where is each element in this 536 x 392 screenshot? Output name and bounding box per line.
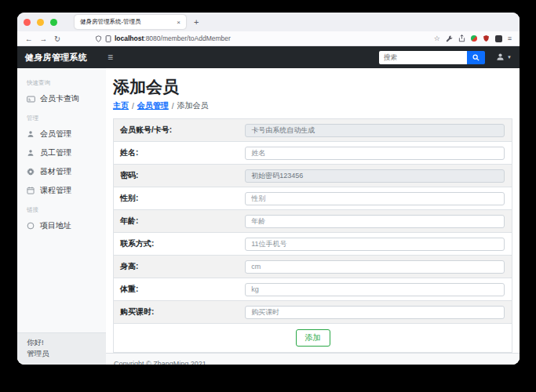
github-icon (27, 222, 35, 230)
course-hours-input[interactable] (245, 306, 505, 319)
menu-icon[interactable]: ≡ (508, 34, 512, 42)
maximize-window-button[interactable] (50, 19, 57, 26)
form-row: 姓名: (114, 142, 512, 165)
new-tab-button[interactable]: + (194, 17, 199, 27)
minimize-window-button[interactable] (37, 19, 44, 26)
form-row: 会员账号/卡号: (114, 119, 512, 142)
sidebar-item-member-management[interactable]: 会员管理 (17, 125, 106, 143)
field-label: 姓名: (114, 142, 246, 165)
share-icon[interactable] (458, 34, 465, 42)
sidebar-item-label: 员工管理 (40, 147, 71, 158)
form-row: 购买课时: (114, 301, 512, 324)
main-footer: Copyright © ZhangMing 2021 (106, 353, 520, 365)
app-navbar: 健身房管理系统 ≡ ▼ (17, 46, 520, 68)
user-icon (27, 130, 35, 138)
sidebar-section-label: 管理 (17, 108, 106, 125)
sidebar: 快速查询会员卡查询管理会员管理员工管理器材管理课程管理链接项目地址 你好! 管理… (17, 68, 106, 365)
user-icon (496, 50, 505, 64)
sidebar-nav: 快速查询会员卡查询管理会员管理员工管理器材管理课程管理链接项目地址 (17, 68, 106, 235)
navbar-search (379, 51, 485, 64)
forward-icon[interactable]: → (40, 34, 48, 43)
password-input (245, 169, 505, 183)
reload-icon[interactable]: ↻ (54, 34, 60, 43)
shield-icon[interactable] (95, 35, 102, 42)
calendar-icon (27, 187, 35, 194)
sidebar-item-label: 课程管理 (40, 185, 71, 196)
sidebar-item-label: 器材管理 (40, 166, 71, 177)
form-row: 身高: (114, 256, 512, 278)
user-menu[interactable]: ▼ (496, 50, 512, 64)
account-avatar-icon[interactable] (495, 35, 502, 42)
browser-window: 健身房管理系统-管理员 × + ← → ↻ localhost:8080/mem… (17, 13, 520, 365)
browser-address-bar: ← → ↻ localhost:8080/member/toAddMember … (17, 31, 520, 46)
breadcrumb-separator: / (172, 102, 174, 111)
greeting-text: 你好! (27, 337, 97, 348)
current-user-name: 管理员 (27, 348, 97, 359)
close-tab-icon[interactable]: × (177, 19, 180, 26)
main-area: 添加会员 主页/会员管理/添加会员 会员账号/卡号:姓名:密码:性别:年龄:联系… (106, 68, 520, 365)
phone-input[interactable] (245, 238, 505, 251)
breadcrumb-item[interactable]: 主页 (113, 100, 129, 111)
field-label: 联系方式: (114, 233, 246, 256)
form-row: 年龄: (114, 210, 512, 233)
field-label: 会员账号/卡号: (114, 119, 246, 142)
sidebar-item-label: 项目地址 (40, 220, 71, 231)
wrench-icon[interactable] (446, 35, 453, 42)
field-label: 购买课时: (114, 301, 246, 324)
app-brand[interactable]: 健身房管理系统 (25, 52, 87, 64)
field-label: 性别: (114, 187, 246, 210)
breadcrumb: 主页/会员管理/添加会员 (113, 100, 512, 111)
field-label: 身高: (114, 256, 246, 278)
name-input[interactable] (245, 147, 505, 160)
height-input[interactable] (245, 260, 505, 274)
sidebar-user-panel: 你好! 管理员 (17, 332, 106, 365)
tab-title: 健身房管理系统-管理员 (80, 18, 141, 26)
user-icon (27, 149, 35, 157)
sidebar-section-label: 快速查询 (17, 73, 106, 89)
field-label: 密码: (114, 165, 246, 187)
window-controls (24, 19, 57, 26)
search-input[interactable] (379, 51, 467, 64)
breadcrumb-item[interactable]: 会员管理 (137, 100, 169, 111)
form-row: 体重: (114, 278, 512, 301)
url-text: localhost:8080/member/toAddMember (115, 34, 231, 42)
sidebar-toggle-icon[interactable]: ≡ (108, 52, 113, 63)
weight-input[interactable] (245, 283, 505, 296)
close-window-button[interactable] (24, 19, 31, 26)
form-row: 联系方式: (114, 233, 512, 256)
adblock-shield-icon[interactable] (483, 34, 490, 42)
sidebar-item-label: 会员卡查询 (40, 93, 79, 104)
form-row: 性别: (114, 187, 512, 210)
sidebar-item-course-management[interactable]: 课程管理 (17, 181, 106, 200)
breadcrumb-separator: / (132, 102, 134, 111)
bookmark-star-icon[interactable]: ☆ (434, 34, 440, 42)
form-row: 密码: (114, 165, 512, 187)
field-label: 年龄: (114, 210, 246, 233)
sidebar-item-project-address[interactable]: 项目地址 (17, 216, 106, 235)
extension-icon[interactable] (471, 35, 477, 42)
card-icon (27, 96, 35, 103)
account-input (245, 124, 505, 137)
search-icon (472, 52, 479, 64)
sidebar-item-staff-management[interactable]: 员工管理 (17, 143, 106, 162)
browser-tab[interactable]: 健身房管理系统-管理员 × (75, 15, 186, 29)
gear-icon (27, 168, 35, 176)
sidebar-item-equipment-management[interactable]: 器材管理 (17, 162, 106, 181)
breadcrumb-item: 添加会员 (177, 100, 209, 111)
browser-tab-strip: 健身房管理系统-管理员 × + (17, 13, 520, 31)
form-submit-row: 添加 (114, 324, 512, 353)
field-label: 体重: (114, 278, 246, 301)
page-info-icon[interactable] (105, 35, 111, 42)
sidebar-section-label: 链接 (17, 200, 106, 216)
add-button[interactable]: 添加 (296, 329, 330, 347)
form-rows: 会员账号/卡号:姓名:密码:性别:年龄:联系方式:身高:体重:购买课时:添加 (114, 119, 512, 353)
gender-input[interactable] (245, 192, 505, 205)
sidebar-item-member-card-query[interactable]: 会员卡查询 (17, 89, 106, 108)
add-member-form: 会员账号/卡号:姓名:密码:性别:年龄:联系方式:身高:体重:购买课时:添加 (113, 118, 512, 353)
sidebar-item-label: 会员管理 (40, 129, 71, 140)
url-field[interactable]: localhost:8080/member/toAddMember (95, 34, 434, 42)
page-title: 添加会员 (113, 76, 512, 98)
back-icon[interactable]: ← (25, 34, 33, 43)
age-input[interactable] (245, 215, 505, 228)
search-button[interactable] (467, 51, 485, 64)
